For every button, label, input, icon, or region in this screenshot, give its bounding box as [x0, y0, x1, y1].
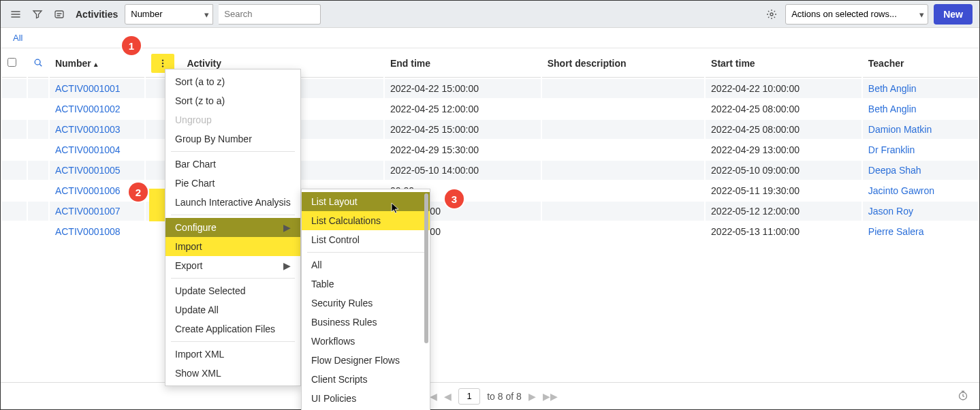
teacher-link[interactable]: Jacinto Gawron [868, 185, 934, 196]
last-page-button[interactable]: ▶▶ [543, 391, 558, 402]
gear-icon[interactable] [763, 6, 780, 22]
cell-end-time: 2022-05-10 14:00:00 [385, 161, 541, 180]
chevron-right-icon: ▶ [283, 221, 291, 234]
record-number-link[interactable]: ACTIV0001006 [55, 185, 121, 196]
menu-launch-interactive-analysis[interactable]: Launch Interactive Analysis [165, 193, 300, 212]
column-header-teacher[interactable]: Teacher [863, 50, 978, 78]
submenu-table[interactable]: Table [302, 274, 430, 294]
list-toolbar: Activities Number ▾ Actions on selected … [1, 1, 979, 28]
table-row[interactable]: ACTIV0001002 2022-04-25 12:00:00 2022-04… [2, 99, 978, 119]
submenu-workflows[interactable]: Workflows [302, 332, 430, 351]
annotation-badge-1: 1 [122, 36, 141, 55]
cell-start-time: 2022-04-29 13:00:00 [706, 140, 862, 159]
menu-update-all[interactable]: Update All [165, 300, 300, 319]
menu-create-app-files[interactable]: Create Application Files [165, 319, 300, 338]
table-row[interactable]: ACTIV0001004 2022-04-29 15:30:00 2022-04… [2, 140, 978, 159]
cell-start-time: 2022-05-13 11:00:00 [706, 222, 862, 241]
table-row[interactable]: ACTIV0001001 2022-04-22 15:00:00 2022-04… [2, 79, 978, 98]
table-row[interactable]: ACTIV0001006 00:00 2022-05-11 19:30:00 J… [2, 181, 978, 200]
annotation-badge-2: 2 [129, 183, 148, 202]
record-number-link[interactable]: ACTIV0001003 [55, 124, 121, 135]
record-number-link[interactable]: ACTIV0001004 [55, 144, 121, 155]
column-header-end-time[interactable]: End time [385, 50, 541, 78]
record-number-link[interactable]: ACTIV0001008 [55, 226, 121, 237]
svg-point-2 [35, 59, 40, 65]
new-button[interactable]: New [934, 4, 973, 25]
menu-group-by[interactable]: Group By Number [165, 129, 300, 148]
menu-bar-chart[interactable]: Bar Chart [165, 155, 300, 174]
current-page-input[interactable] [458, 388, 480, 405]
menu-pie-chart[interactable]: Pie Chart [165, 174, 300, 193]
teacher-link[interactable]: Deepa Shah [868, 165, 921, 176]
actions-on-selected-select[interactable]: Actions on selected rows... [785, 4, 928, 25]
record-number-link[interactable]: ACTIV0001007 [55, 206, 121, 217]
submenu-list-calculations[interactable]: List Calculations [302, 211, 430, 230]
breadcrumb-all[interactable]: All [13, 33, 22, 43]
pagination-bar: ◀◀ ◀ to 8 of 8 ▶ ▶▶ [1, 382, 979, 409]
filter-icon[interactable] [29, 6, 46, 22]
menu-import[interactable]: Import [165, 237, 300, 256]
cell-start-time: 2022-05-10 09:00:00 [706, 161, 862, 180]
column-context-menu: Sort (a to z) Sort (z to a) Ungroup Grou… [165, 69, 301, 386]
table-row[interactable]: ACTIV0001007 12 15:30:00 2022-05-12 12:0… [2, 202, 978, 221]
menu-import-xml[interactable]: Import XML [165, 345, 300, 364]
teacher-link[interactable]: Beth Anglin [868, 83, 917, 94]
chevron-right-icon: ▶ [283, 259, 291, 272]
column-search-icon[interactable] [28, 50, 48, 78]
submenu-security-rules[interactable]: Security Rules [302, 294, 430, 313]
search-input[interactable] [219, 4, 321, 25]
svg-point-1 [770, 13, 773, 16]
table-row[interactable]: ACTIV0001008 13 14:00:00 2022-05-13 11:0… [2, 222, 978, 241]
cell-start-time: 2022-04-25 08:00:00 [706, 120, 862, 139]
search-field-select[interactable]: Number [125, 4, 213, 25]
menu-sort-za[interactable]: Sort (z to a) [165, 91, 300, 110]
cell-start-time: 2022-05-11 19:30:00 [706, 181, 862, 200]
next-page-button[interactable]: ▶ [528, 391, 536, 402]
scrollbar[interactable] [424, 193, 428, 410]
prev-page-button[interactable]: ◀ [444, 391, 452, 402]
cell-start-time: 2022-05-12 12:00:00 [706, 202, 862, 221]
teacher-link[interactable]: Jason Roy [868, 206, 913, 217]
teacher-link[interactable]: Pierre Salera [868, 226, 924, 237]
menu-separator [171, 341, 295, 342]
cell-start-time: 2022-04-22 10:00:00 [706, 79, 862, 98]
submenu-flow-designer-flows[interactable]: Flow Designer Flows [302, 351, 430, 370]
cell-start-time: 2022-04-25 08:00:00 [706, 99, 862, 119]
menu-ungroup: Ungroup [165, 110, 300, 129]
menu-separator [171, 215, 295, 215]
teacher-link[interactable]: Beth Anglin [868, 104, 917, 114]
timing-icon[interactable] [958, 390, 968, 403]
submenu-business-rules[interactable]: Business Rules [302, 313, 430, 332]
record-number-link[interactable]: ACTIV0001001 [55, 83, 121, 94]
menu-show-xml[interactable]: Show XML [165, 364, 300, 383]
submenu-client-scripts[interactable]: Client Scripts [302, 370, 430, 389]
cell-end-time: 2022-04-29 15:30:00 [385, 140, 541, 159]
select-all-checkbox[interactable] [7, 58, 16, 67]
cell-end-time: 2022-04-25 12:00:00 [385, 99, 541, 119]
submenu-all[interactable]: All [302, 255, 430, 274]
menu-sort-az[interactable]: Sort (a to z) [165, 72, 300, 91]
menu-update-selected[interactable]: Update Selected [165, 281, 300, 300]
sort-asc-icon: ▲ [93, 61, 99, 68]
record-number-link[interactable]: ACTIV0001002 [55, 104, 121, 114]
activity-stream-icon[interactable] [51, 6, 67, 22]
menu-configure[interactable]: Configure ▶ [165, 218, 300, 237]
submenu-list-control[interactable]: List Control [302, 230, 430, 249]
teacher-link[interactable]: Dr Franklin [868, 144, 915, 155]
list-menu-icon[interactable] [7, 6, 24, 22]
record-number-link[interactable]: ACTIV0001005 [55, 165, 121, 176]
column-header-start-time[interactable]: Start time [706, 50, 862, 78]
menu-separator [171, 151, 295, 152]
table-row[interactable]: ACTIV0001003 2022-04-25 15:00:00 2022-04… [2, 120, 978, 139]
teacher-link[interactable]: Damion Matkin [868, 124, 932, 135]
breadcrumb: All [1, 28, 979, 48]
submenu-ui-policies[interactable]: UI Policies [302, 389, 430, 408]
table-row[interactable]: ACTIV0001005 2022-05-10 14:00:00 2022-05… [2, 161, 978, 180]
annotation-badge-3: 3 [445, 189, 464, 208]
menu-export[interactable]: Export ▶ [165, 256, 300, 275]
svg-point-4 [162, 63, 163, 64]
column-header-short-description[interactable]: Short description [542, 50, 704, 78]
svg-point-5 [162, 65, 163, 67]
submenu-list-layout[interactable]: List Layout [302, 192, 430, 211]
menu-separator [307, 252, 424, 253]
